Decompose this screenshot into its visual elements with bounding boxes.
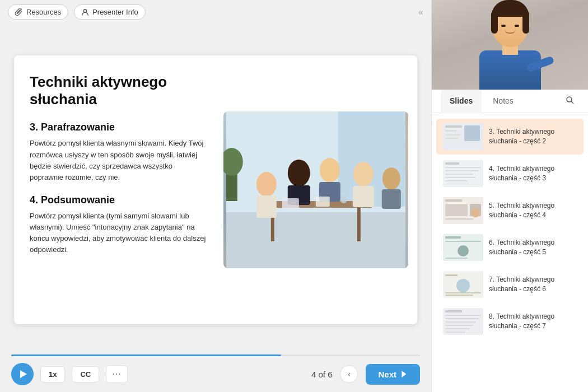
slide-item-label: 8. Techniki aktywnego słuchania - część … [489, 312, 577, 331]
svg-line-31 [571, 101, 573, 104]
svg-rect-65 [445, 321, 476, 323]
svg-rect-43 [445, 177, 476, 178]
play-icon [18, 370, 27, 379]
svg-point-30 [567, 97, 572, 102]
svg-rect-66 [445, 325, 473, 326]
svg-rect-47 [445, 204, 468, 216]
slide-item[interactable]: 4. Techniki aktywnego słuchania - część … [436, 156, 584, 192]
top-bar: Resources Presenter Info « [0, 0, 431, 24]
slide-title: Techniki aktywnego słuchania [30, 73, 208, 108]
svg-point-58 [456, 279, 470, 292]
svg-rect-41 [445, 170, 479, 171]
search-button[interactable] [561, 91, 579, 111]
svg-rect-57 [445, 274, 458, 276]
svg-rect-52 [445, 236, 461, 239]
svg-rect-62 [445, 310, 462, 312]
svg-rect-64 [445, 318, 479, 319]
svg-rect-60 [445, 295, 473, 296]
svg-rect-46 [445, 199, 462, 202]
slide-section4-title: 4. Podsumowanie [30, 194, 208, 206]
page-indicator: 4 of 6 [311, 370, 333, 379]
svg-point-15 [288, 160, 310, 186]
slide-item-label: 4. Techniki aktywnego słuchania - część … [489, 164, 577, 183]
slides-list: 3. Techniki aktywnego słuchania - część … [432, 113, 588, 392]
presenter-info-label: Presenter Info [92, 8, 138, 16]
presenter-video [432, 0, 588, 90]
svg-point-0 [84, 9, 87, 12]
svg-marker-28 [20, 370, 27, 378]
next-button[interactable]: Next [366, 364, 420, 385]
svg-rect-44 [445, 180, 468, 181]
svg-point-13 [256, 172, 277, 197]
svg-rect-68 [445, 332, 465, 333]
svg-rect-63 [445, 315, 481, 316]
svg-rect-39 [445, 162, 459, 165]
svg-rect-14 [256, 195, 277, 218]
slide-item[interactable]: 7. Techniki aktywnego słuchania - część … [436, 267, 584, 302]
tab-bar: Slides Notes [432, 90, 588, 113]
svg-point-19 [353, 162, 374, 186]
slide-image [223, 111, 408, 268]
slide-thumbnail [443, 308, 483, 335]
expand-icon[interactable]: « [418, 7, 423, 17]
slide-thumbnail [443, 160, 483, 187]
tab-notes[interactable]: Notes [484, 90, 522, 113]
svg-rect-49 [445, 218, 473, 220]
slide-image-area [223, 55, 417, 324]
svg-rect-67 [445, 328, 470, 329]
slide-item-label: 6. Techniki aktywnego słuchania - część … [489, 238, 577, 257]
page-current: 4 [311, 370, 316, 379]
resources-button[interactable]: Resources [8, 4, 68, 20]
play-button[interactable] [11, 363, 34, 385]
svg-rect-34 [445, 130, 456, 132]
svg-point-25 [340, 197, 347, 203]
slide-item-label: 5. Techniki aktywnego słuchania - część … [489, 201, 577, 220]
svg-rect-37 [445, 138, 459, 139]
svg-point-21 [382, 167, 400, 190]
more-options-button[interactable]: ··· [106, 365, 127, 383]
slide-thumbnail [443, 271, 483, 298]
right-panel: Slides Notes [431, 0, 588, 392]
svg-point-50 [471, 208, 480, 217]
svg-rect-24 [316, 197, 330, 207]
search-icon [566, 96, 575, 105]
slide-item-label: 7. Techniki aktywnego słuchania - część … [489, 275, 577, 294]
svg-rect-36 [445, 134, 461, 136]
slide-item[interactable]: 3. Techniki aktywnego słuchania - część … [436, 119, 584, 155]
slide-item[interactable]: 6. Techniki aktywnego słuchania - część … [436, 230, 584, 265]
slide-text-area: Techniki aktywnego słuchania 3. Parafraz… [14, 55, 223, 324]
left-panel: Resources Presenter Info « Techniki akty… [0, 0, 431, 392]
speed-button[interactable]: 1x [40, 366, 65, 382]
slide-item[interactable]: 5. Techniki aktywnego słuchania - część … [436, 193, 584, 228]
slide-section3-title: 3. Parafrazowanie [30, 122, 208, 133]
chevron-right-icon [400, 370, 408, 378]
svg-rect-23 [282, 198, 299, 209]
slide-thumbnail [443, 234, 483, 261]
svg-rect-53 [445, 241, 481, 242]
svg-rect-59 [445, 292, 481, 293]
slide-item-label: 3. Techniki aktywnego słuchania - część … [489, 127, 577, 146]
svg-rect-33 [445, 125, 462, 128]
presenter-info-button[interactable]: Presenter Info [74, 4, 146, 20]
svg-rect-40 [445, 167, 481, 168]
slide-thumbnail [443, 197, 483, 224]
svg-rect-42 [445, 174, 473, 175]
next-label: Next [378, 370, 396, 379]
resources-label: Resources [26, 8, 61, 16]
slide-container: Techniki aktywnego słuchania 3. Parafraz… [0, 24, 431, 350]
svg-marker-29 [402, 371, 407, 377]
slide-card: Techniki aktywnego słuchania 3. Parafraz… [14, 55, 417, 324]
tab-slides[interactable]: Slides [441, 90, 482, 113]
prev-arrow-button[interactable]: ‹ [340, 365, 358, 383]
cc-button[interactable]: CC [72, 366, 99, 382]
bottom-controls: 1x CC ··· 4 of 6 ‹ Next [0, 356, 431, 392]
slide-item[interactable]: 8. Techniki aktywnego słuchania - część … [436, 304, 584, 339]
page-navigation: 4 of 6 ‹ Next [311, 364, 420, 385]
svg-point-54 [458, 245, 469, 256]
svg-rect-55 [445, 258, 468, 259]
slide-section4-body: Powtórz pomysł klienta (tymi samymi słow… [30, 211, 208, 256]
page-of: of 6 [318, 370, 332, 379]
slide-section3-body: Powtórz pomysł klienta własnymi słowami.… [30, 138, 208, 183]
svg-rect-20 [353, 186, 374, 207]
paperclip-icon [15, 8, 23, 16]
